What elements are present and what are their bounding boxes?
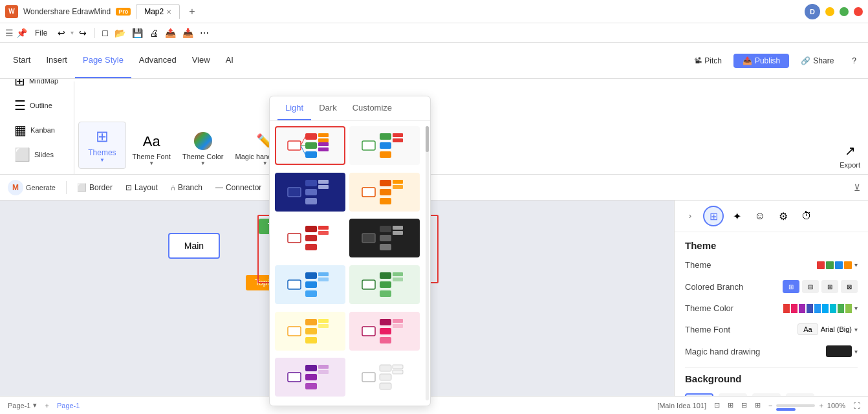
close-button[interactable] xyxy=(854,7,863,16)
undo-arrow[interactable]: ▾ xyxy=(71,29,74,36)
theme-item-9[interactable] xyxy=(275,312,345,351)
emoji-sidebar-icon[interactable]: ☺ xyxy=(750,206,770,226)
sidebar-collapse-btn[interactable]: › xyxy=(680,206,700,226)
theme-color-label: Theme Color xyxy=(182,153,224,160)
kanban-icon: ▦ xyxy=(14,122,27,138)
zoom-slider-track[interactable] xyxy=(776,404,815,407)
theme-item-12[interactable] xyxy=(349,358,420,397)
svg-rect-50 xyxy=(393,226,403,230)
fullscreen-btn[interactable]: ⛶ xyxy=(853,402,860,409)
theme-item-5[interactable] xyxy=(275,219,345,257)
share-button[interactable]: 🔗 Share xyxy=(794,54,840,68)
minimize-button[interactable] xyxy=(825,7,834,16)
gear-sidebar-icon[interactable]: ⚙ xyxy=(773,206,794,226)
align-icon[interactable]: ⊞ xyxy=(728,401,733,409)
themes-tab-dark[interactable]: Dark xyxy=(311,96,344,120)
redo-btn[interactable]: ↪ xyxy=(79,28,87,38)
layout-icon-status[interactable]: ⊟ xyxy=(741,401,747,409)
pitch-button[interactable]: 📽 Pitch xyxy=(688,54,728,68)
publish-button[interactable]: 📤 Publish xyxy=(733,54,789,68)
print-icon[interactable]: 🖨 xyxy=(149,28,158,38)
bg-opt-none[interactable]: None xyxy=(685,393,713,396)
theme-font-value-container[interactable]: Aa Arial (Big) ▾ xyxy=(797,323,858,335)
help-button[interactable]: ? xyxy=(845,54,863,68)
themes-tab-customize[interactable]: Customize xyxy=(345,96,400,120)
zoom-in-btn[interactable]: + xyxy=(819,402,823,409)
file-menu[interactable]: File xyxy=(30,26,52,40)
page-selector[interactable]: Page-1 ▾ xyxy=(8,401,37,409)
export-icon[interactable]: 📤 xyxy=(165,28,176,38)
kanban-tool[interactable]: ▦ Kanban xyxy=(8,118,65,142)
branch-btn[interactable]: ⑃ Branch xyxy=(166,180,208,195)
tab-insert[interactable]: Insert xyxy=(38,43,75,78)
sidebar-toggle-icon[interactable]: ☰ xyxy=(5,28,14,38)
theme-item-8[interactable] xyxy=(349,265,420,304)
tab-ai[interactable]: AI xyxy=(218,43,241,78)
theme-item-10[interactable] xyxy=(349,312,420,351)
menu-bar: ☰ 📌 File ↩ ▾ ↪ □ 📂 💾 🖨 📤 📥 ⋯ xyxy=(0,23,868,43)
branch-opt-1[interactable]: ⊞ xyxy=(783,280,799,293)
user-avatar[interactable]: D xyxy=(805,4,820,19)
grid-icon[interactable]: ⊞ xyxy=(755,401,761,409)
map-tab[interactable]: Map2 ✕ xyxy=(136,4,180,19)
theme-item-7[interactable] xyxy=(275,265,345,304)
theme-color-tool[interactable]: Theme Color ▼ xyxy=(177,129,229,169)
svg-rect-49 xyxy=(380,244,391,250)
themes-icon: ⊞ xyxy=(96,127,109,146)
svg-rect-87 xyxy=(393,370,403,374)
edraw-logo-btn[interactable]: M xyxy=(8,180,23,195)
save-icon[interactable]: 💾 xyxy=(132,28,143,38)
bg-opt-image[interactable]: Image xyxy=(786,393,814,396)
magic-hand-value[interactable]: ▾ xyxy=(826,345,858,357)
add-page-btn[interactable]: + xyxy=(45,402,49,409)
new-doc-icon[interactable]: □ xyxy=(102,28,107,38)
layout-btn[interactable]: ⊡ Layout xyxy=(120,180,163,195)
slides-tool[interactable]: ⬜ Slides xyxy=(8,143,65,166)
branch-opt-2[interactable]: ⊟ xyxy=(802,280,819,293)
svg-rect-67 xyxy=(305,337,317,343)
scrollbar-thumb[interactable] xyxy=(426,126,429,152)
bg-opt-texture[interactable]: Texture xyxy=(752,393,781,396)
themes-tab-light[interactable]: Light xyxy=(277,96,311,120)
tab-page-style[interactable]: Page Style xyxy=(75,43,131,78)
connector-btn[interactable]: — Connector xyxy=(210,180,266,195)
theme-color-strip-value[interactable]: ▾ xyxy=(783,304,858,313)
zoom-out-btn[interactable]: − xyxy=(768,402,772,409)
svg-rect-29 xyxy=(305,180,317,186)
export-tool[interactable]: ↗ Export xyxy=(840,143,860,174)
theme-item-11[interactable] xyxy=(275,358,345,397)
theme-item-1[interactable] xyxy=(275,126,345,165)
tab-close-btn[interactable]: ✕ xyxy=(166,8,171,16)
outline-tool[interactable]: ☰ Outline xyxy=(8,94,65,117)
theme-item-2[interactable] xyxy=(349,126,420,165)
theme-font-tool[interactable]: Aa Theme Font ▼ xyxy=(127,131,176,169)
branch-opt-3[interactable]: ⊞ xyxy=(821,280,838,293)
mindmap-sidebar-icon[interactable]: ⊞ xyxy=(703,206,724,226)
themes-tool[interactable]: ⊞ Themes ▼ xyxy=(78,122,125,169)
tab-start[interactable]: Start xyxy=(5,43,38,78)
new-tab-button[interactable]: + xyxy=(185,5,199,19)
theme-item-6[interactable] xyxy=(349,219,420,257)
collapse-toolbar-icon[interactable]: ⊻ xyxy=(854,182,860,193)
theme-item-4[interactable] xyxy=(349,173,420,212)
tab-view[interactable]: View xyxy=(184,43,218,78)
tab-advanced[interactable]: Advanced xyxy=(131,43,184,78)
fit-icon[interactable]: ⊡ xyxy=(714,401,720,409)
theme-item-3[interactable] xyxy=(275,173,345,212)
theme-prop-value[interactable]: ▾ xyxy=(817,261,858,269)
undo-btn[interactable]: ↩ xyxy=(58,28,65,38)
pin-icon[interactable]: 📌 xyxy=(16,28,27,38)
branch-opt-4[interactable]: ⊠ xyxy=(841,280,858,293)
bg-opt-color[interactable]: Color xyxy=(719,393,747,396)
main-node[interactable]: Main xyxy=(168,233,220,259)
export-icon: ↗ xyxy=(845,143,856,158)
open-icon[interactable]: 📂 xyxy=(114,28,125,38)
sparkle-sidebar-icon[interactable]: ✦ xyxy=(726,206,747,226)
more-history-icon[interactable]: ⋯ xyxy=(200,28,209,38)
current-page-tab[interactable]: Page-1 xyxy=(57,402,80,409)
svg-line-17 xyxy=(301,146,305,155)
import-icon[interactable]: 📥 xyxy=(182,28,193,38)
timer-sidebar-icon[interactable]: ⏱ xyxy=(796,206,817,226)
border-btn[interactable]: ⬜ Border xyxy=(72,180,118,195)
maximize-button[interactable] xyxy=(840,7,849,16)
